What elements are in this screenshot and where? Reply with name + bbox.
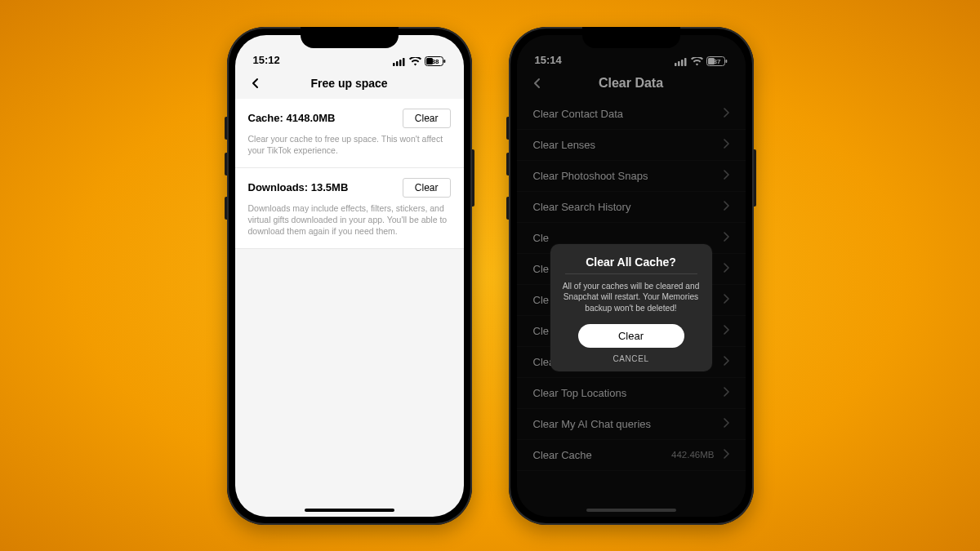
status-time: 15:12 — [253, 54, 280, 66]
cache-section: Cache: 4148.0MB Clear Clear your cache t… — [235, 99, 464, 168]
svg-rect-0 — [393, 63, 395, 66]
phone-snapchat: 15:14 37 Clear Data Clear Contact DataCl… — [509, 27, 754, 525]
wifi-icon — [409, 57, 421, 66]
modal-clear-button[interactable]: Clear — [578, 324, 684, 348]
downloads-section: Downloads: 13.5MB Clear Downloads may in… — [235, 168, 464, 250]
downloads-description: Downloads may include effects, filters, … — [248, 202, 451, 238]
chevron-left-icon — [250, 78, 261, 89]
notch — [582, 27, 680, 48]
home-indicator[interactable] — [305, 509, 394, 512]
clear-downloads-button[interactable]: Clear — [403, 178, 451, 198]
clear-cache-modal: Clear All Cache? All of your caches will… — [550, 244, 712, 371]
page-title: Free up space — [310, 77, 387, 90]
battery-icon: 38 — [425, 56, 446, 66]
svg-rect-1 — [396, 61, 399, 66]
clear-cache-button[interactable]: Clear — [403, 109, 451, 128]
notch — [301, 27, 399, 48]
modal-title: Clear All Cache? — [565, 256, 697, 274]
modal-body: All of your caches will be cleared and S… — [560, 281, 702, 314]
phone-tiktok: 15:12 38 Free up space Cache: 4148.0MB C… — [227, 27, 472, 525]
svg-rect-2 — [399, 60, 402, 66]
screen-snapchat: 15:14 37 Clear Data Clear Contact DataCl… — [517, 35, 746, 517]
svg-rect-6 — [443, 60, 445, 63]
app-header: Free up space — [235, 68, 464, 99]
modal-cancel-button[interactable]: CANCEL — [560, 354, 702, 363]
back-button[interactable] — [247, 74, 265, 92]
signal-icon — [393, 57, 406, 66]
downloads-label: Downloads: 13.5MB — [248, 181, 349, 193]
svg-text:38: 38 — [431, 58, 439, 65]
status-icons: 38 — [393, 56, 446, 66]
cache-description: Clear your cache to free up space. This … — [248, 133, 451, 156]
svg-rect-3 — [403, 58, 405, 66]
cache-label: Cache: 4148.0MB — [248, 112, 336, 124]
content-body: Cache: 4148.0MB Clear Clear your cache t… — [235, 99, 464, 250]
screen-tiktok: 15:12 38 Free up space Cache: 4148.0MB C… — [235, 35, 464, 517]
